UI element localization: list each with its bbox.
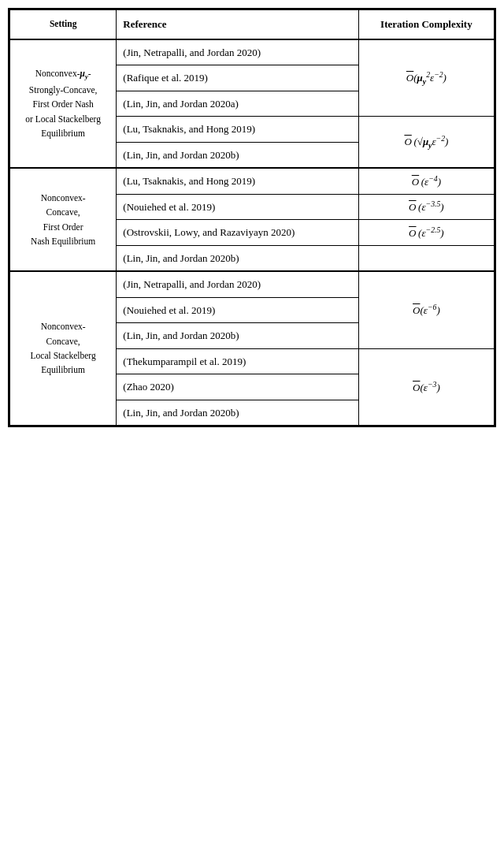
ref-cell: (Lin, Jin, and Jordan 2020b) xyxy=(117,142,359,168)
ref-cell: (Ostrovskii, Lowy, and Razaviyayn 2020) xyxy=(117,220,359,246)
ref-cell: (Lin, Jin, and Jordan 2020a) xyxy=(117,91,359,117)
ref-cell: (Zhao 2020) xyxy=(117,374,359,400)
ref-cell: (Lu, Tsaknakis, and Hong 2019) xyxy=(117,117,359,143)
header-reference: Reference xyxy=(117,10,359,39)
complexity-cell: O (ε−3.5) xyxy=(358,194,494,220)
ref-cell: (Nouiehed et al. 2019) xyxy=(117,297,359,323)
complexity-cell: O (ε−4) xyxy=(358,168,494,194)
ref-cell: (Lin, Jin, and Jordan 2020b) xyxy=(117,245,359,271)
ref-cell: (Jin, Netrapalli, and Jordan 2020) xyxy=(117,39,359,65)
ref-cell: (Lu, Tsaknakis, and Hong 2019) xyxy=(117,168,359,194)
main-table-wrapper: Setting Reference Iteration Complexity N… xyxy=(8,8,496,427)
header-setting: Setting xyxy=(10,10,117,39)
setting-cell-3: Nonconvex- Concave, Local Stackelberg Eq… xyxy=(10,271,117,426)
header-complexity: Iteration Complexity xyxy=(358,10,494,39)
table-row: Nonconvex-μy- Strongly-Concave, First Or… xyxy=(10,39,495,65)
complexity-table: Setting Reference Iteration Complexity N… xyxy=(9,9,495,426)
ref-cell: (Lin, Jin, and Jordan 2020b) xyxy=(117,323,359,349)
complexity-cell xyxy=(358,245,494,271)
complexity-cell: O (ε−2.5) xyxy=(358,220,494,246)
complexity-cell: O(μy2ε−2) xyxy=(358,39,494,117)
table-row: Nonconvex- Concave, First Order Nash Equ… xyxy=(10,168,495,194)
ref-cell: (Rafique et al. 2019) xyxy=(117,65,359,91)
setting-cell-2: Nonconvex- Concave, First Order Nash Equ… xyxy=(10,168,117,271)
complexity-cell: O(ε−6) xyxy=(358,271,494,348)
ref-cell: (Jin, Netrapalli, and Jordan 2020) xyxy=(117,271,359,297)
complexity-cell: O (√μyε−2) xyxy=(358,117,494,169)
ref-cell: (Thekumparampil et al. 2019) xyxy=(117,348,359,374)
complexity-cell: O(ε−3) xyxy=(358,348,494,426)
setting-cell-1: Nonconvex-μy- Strongly-Concave, First Or… xyxy=(10,39,117,169)
table-row: Nonconvex- Concave, Local Stackelberg Eq… xyxy=(10,271,495,297)
ref-cell: (Lin, Jin, and Jordan 2020b) xyxy=(117,400,359,426)
ref-cell: (Nouiehed et al. 2019) xyxy=(117,194,359,220)
